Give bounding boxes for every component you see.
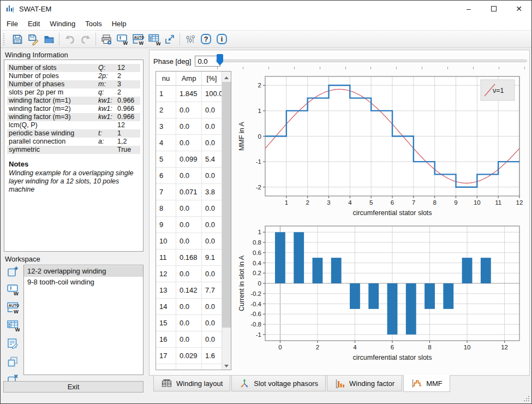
info-row: winding factor (m=2)kw1:0.966 xyxy=(7,105,140,113)
svg-text:4: 4 xyxy=(348,199,352,206)
svg-text:3: 3 xyxy=(327,199,330,206)
svg-text:7: 7 xyxy=(412,199,415,206)
toolbar-separator xyxy=(180,33,180,46)
harmonic-row[interactable]: 20.00.0 xyxy=(156,102,222,118)
harmonic-row[interactable]: 150.00.0 xyxy=(156,315,222,331)
svg-text:12: 12 xyxy=(516,199,523,206)
harmonic-row[interactable]: 110.1689.1 xyxy=(156,249,222,266)
harmonic-row[interactable]: 130.1427.7 xyxy=(156,282,222,299)
workspace-list[interactable]: 12-2 overlapping winding9-8 tooth-coil w… xyxy=(23,265,144,375)
winding-table-icon: W xyxy=(147,33,160,46)
svg-text:0: 0 xyxy=(258,133,261,140)
menu-edit[interactable]: Edit xyxy=(23,18,45,29)
harmonic-row[interactable]: 50.0995.4 xyxy=(156,151,222,168)
import-icon xyxy=(164,33,176,45)
harmonic-row[interactable]: 100.00.0 xyxy=(156,233,222,249)
svg-text:circumferential stator slots: circumferential stator slots xyxy=(352,354,432,361)
harmonic-row[interactable]: 40.00.0 xyxy=(156,135,222,151)
save-button[interactable] xyxy=(9,32,25,47)
exit-button[interactable]: Exit xyxy=(3,381,144,393)
svg-text:circumferential stator slots: circumferential stator slots xyxy=(352,209,432,217)
menu-tools[interactable]: Tools xyxy=(80,18,106,29)
workspace-item[interactable]: 12-2 overlapping winding xyxy=(24,266,143,277)
svg-text:1: 1 xyxy=(258,229,261,235)
svg-text:AUTO: AUTO xyxy=(134,35,144,39)
phase-slider[interactable] xyxy=(216,60,527,62)
import-button[interactable] xyxy=(162,32,177,47)
maximize-icon xyxy=(491,6,497,11)
tab-slot-voltage-phasors[interactable]: Slot voltage phasors xyxy=(231,376,326,391)
menu-file[interactable]: File xyxy=(2,18,23,29)
edit-winding-button[interactable]: W xyxy=(114,32,130,47)
info-button[interactable]: i xyxy=(214,32,230,47)
scrollbar-thumb[interactable] xyxy=(222,82,231,328)
harmonic-row[interactable]: 140.00.0 xyxy=(156,299,222,315)
app-logo-icon xyxy=(5,4,15,14)
edit-winding-sidebar-button[interactable]: W xyxy=(5,282,20,297)
phasors-icon xyxy=(239,378,250,389)
svg-text:0: 0 xyxy=(278,344,282,350)
duplicate-winding-button[interactable] xyxy=(5,354,20,369)
info-row: parallel connectiona:1,2 xyxy=(7,138,140,146)
open-button[interactable] xyxy=(41,32,57,47)
harmonic-row[interactable]: 70.0713.8 xyxy=(156,184,222,200)
close-button[interactable]: ✕ xyxy=(506,1,531,17)
harmonic-row[interactable]: 60.00.0 xyxy=(156,168,222,184)
menu-winding[interactable]: Winding xyxy=(45,18,80,29)
svg-text:5: 5 xyxy=(369,199,373,206)
harmonic-row[interactable]: 30.00.0 xyxy=(156,118,222,135)
toolbar-grip[interactable] xyxy=(3,33,7,45)
svg-text:12: 12 xyxy=(501,344,508,350)
save-as-icon xyxy=(27,33,39,45)
workspace-item[interactable]: 9-8 tooth-coil winding xyxy=(24,277,143,288)
harmonic-row[interactable]: 120.00.0 xyxy=(156,266,222,282)
svg-text:4: 4 xyxy=(353,344,357,350)
harmonic-row[interactable]: 11.845100.0 xyxy=(156,86,222,102)
maximize-button[interactable] xyxy=(481,1,506,17)
info-row: lcm(Q, P)12 xyxy=(7,121,140,129)
col-amp[interactable]: Amp xyxy=(176,72,202,85)
save-as-button[interactable] xyxy=(25,32,41,47)
harmonics-scrollbar[interactable] xyxy=(222,72,231,370)
harmonic-row[interactable]: 90.00.0 xyxy=(156,217,222,233)
status-bar xyxy=(1,393,531,403)
redo-icon xyxy=(80,33,92,45)
report-button[interactable] xyxy=(98,32,114,47)
notes-text: Winding example for a overlapping single… xyxy=(9,169,139,194)
auto-winding-sidebar-button[interactable]: AUTO W xyxy=(5,300,20,315)
harmonic-row[interactable]: 180.00.0 xyxy=(156,364,222,370)
svg-text:1: 1 xyxy=(258,108,261,114)
col-nu[interactable]: nu xyxy=(156,72,176,85)
tab-mmf[interactable]: MMF xyxy=(403,375,450,392)
tab-winding-layout[interactable]: Winding layout xyxy=(153,376,230,391)
slider-ticks xyxy=(217,67,525,69)
phase-slider-handle[interactable] xyxy=(217,54,223,62)
edit-notes-button[interactable] xyxy=(5,336,20,351)
undo-button[interactable] xyxy=(62,32,77,47)
svg-text:10: 10 xyxy=(474,199,481,206)
svg-text:W: W xyxy=(15,327,20,332)
info-row: winding factor (m=3)kw1:0.966 xyxy=(7,113,140,121)
settings-button[interactable] xyxy=(182,32,198,47)
svg-text:MMF in A: MMF in A xyxy=(238,121,246,150)
harmonic-row[interactable]: 80.00.0 xyxy=(156,200,222,217)
scroll-up-icon[interactable] xyxy=(222,72,231,81)
winding-table-sidebar-button[interactable]: W xyxy=(5,318,20,333)
menu-help[interactable]: Help xyxy=(107,18,131,29)
svg-text:W: W xyxy=(139,40,144,46)
help-button[interactable]: ? xyxy=(198,32,214,47)
scroll-down-icon[interactable] xyxy=(222,360,231,370)
minimize-button[interactable]: – xyxy=(456,1,481,17)
resize-grip[interactable] xyxy=(523,395,529,401)
auto-winding-button[interactable]: AUTO W xyxy=(130,32,146,47)
redo-button[interactable] xyxy=(77,32,93,47)
toolbar-separator xyxy=(95,33,96,46)
col-pct[interactable]: [%] xyxy=(202,72,222,85)
winding-table-button[interactable]: W xyxy=(146,32,162,47)
harmonic-row[interactable]: 170.0291.6 xyxy=(156,348,222,364)
tab-winding-factor[interactable]: Winding factor xyxy=(327,376,402,391)
harmonic-row[interactable]: 160.00.0 xyxy=(156,331,222,348)
winding-info-table: Number of slotsQ:12Number of poles2p:2Nu… xyxy=(7,64,140,154)
new-winding-button[interactable] xyxy=(5,264,20,279)
toolbar-separator xyxy=(59,33,59,46)
